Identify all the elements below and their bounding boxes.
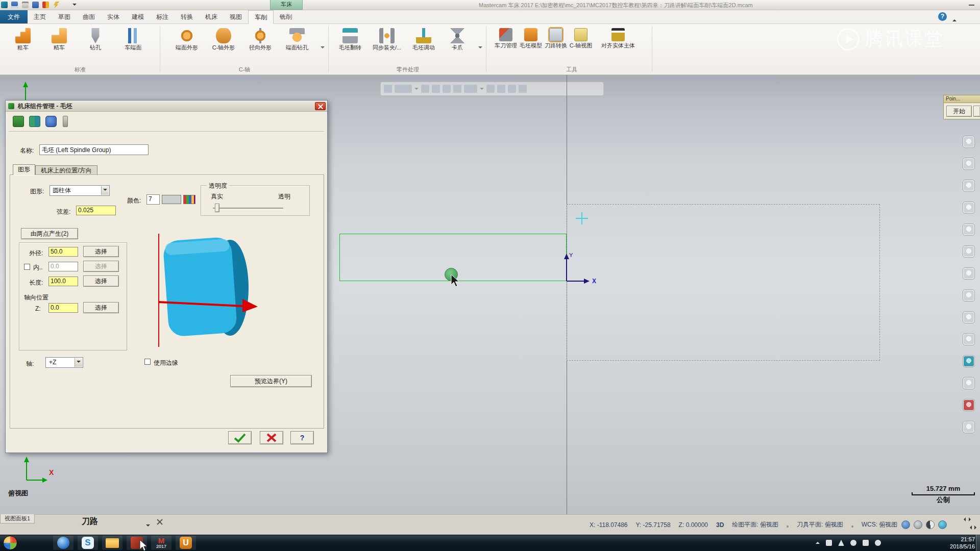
color-picker-icon[interactable]	[183, 195, 195, 204]
cancel-button[interactable]	[260, 431, 283, 444]
ghost-icon[interactable]	[395, 85, 412, 93]
scroll-right-icon[interactable]	[969, 517, 973, 521]
right-toolbar-icon[interactable]	[963, 289, 975, 302]
z-input[interactable]: 0.0	[48, 303, 78, 313]
ghost-icon[interactable]	[464, 85, 477, 93]
scroll-left-icon[interactable]	[968, 525, 972, 530]
name-input[interactable]: 毛坯 (Left Spindle Group)	[39, 144, 149, 155]
ghost-icon[interactable]	[486, 85, 495, 93]
view-sphere-icon[interactable]	[938, 520, 947, 529]
ribbon-item-chuck-jaws[interactable]: 卡爪	[442, 26, 473, 51]
length-input[interactable]: 100.0	[48, 277, 78, 286]
zap-icon[interactable]	[53, 2, 60, 8]
tray-expand-icon[interactable]	[816, 540, 820, 544]
component-chuck-icon[interactable]	[29, 116, 40, 127]
right-toolbar-icon[interactable]	[963, 223, 975, 236]
right-toolbar-icon[interactable]	[963, 245, 975, 258]
print-icon[interactable]	[22, 2, 29, 8]
axis-dropdown[interactable]: +Z	[45, 357, 83, 368]
id-checkbox[interactable]	[24, 264, 30, 270]
right-toolbar-icon[interactable]	[963, 421, 975, 433]
use-edge-checkbox[interactable]	[144, 359, 151, 365]
two-points-button[interactable]: 由两点产生(2)	[21, 228, 78, 239]
tab-drafting[interactable]: 标注	[150, 10, 175, 23]
ribbon-item-stock-model[interactable]: 毛坯模型	[519, 26, 543, 49]
color-number-input[interactable]: 7	[146, 194, 160, 205]
od-select-button[interactable]: 选择	[83, 246, 119, 257]
ribbon-item-c-axis-contour[interactable]: C-轴外形	[206, 26, 241, 51]
ghost-icon[interactable]	[432, 85, 440, 93]
ribbon-item-align-solid-body[interactable]: 对齐实体主体	[594, 26, 643, 49]
transparency-slider-handle[interactable]	[215, 204, 219, 212]
length-select-button[interactable]: 选择	[83, 276, 119, 287]
ghost-icon[interactable]	[443, 85, 451, 93]
volume-icon[interactable]	[850, 540, 856, 546]
scroll-right-icon[interactable]	[974, 525, 978, 530]
ghost-icon[interactable]	[508, 85, 516, 93]
help-button[interactable]: ?	[290, 431, 314, 444]
right-toolbar-icon[interactable]	[963, 180, 975, 192]
group-launcher-caret[interactable]	[321, 46, 325, 51]
tab-shape[interactable]: 图形	[13, 164, 35, 175]
right-toolbar-icon[interactable]	[963, 333, 975, 345]
save-icon[interactable]	[11, 2, 18, 8]
ribbon-item-roughing[interactable]: 粗车	[6, 26, 40, 51]
taskbar-icon-s[interactable]: S	[78, 536, 98, 550]
taskbar-icon-editor[interactable]: U	[176, 536, 196, 550]
tab-home[interactable]: 主页	[28, 10, 52, 23]
component-machine-icon[interactable]	[13, 116, 24, 127]
ribbon-item-sync-clamp[interactable]: 同步装夹/...	[369, 26, 405, 51]
globe-gray-icon[interactable]	[914, 520, 922, 529]
ghost-icon[interactable]	[519, 85, 527, 93]
tab-sketch[interactable]: 草图	[52, 10, 77, 23]
preview-boundary-button[interactable]: 预览边界(Y)	[230, 375, 312, 387]
tab-machine[interactable]: 机床	[199, 10, 224, 23]
ghost-icon[interactable]	[384, 85, 392, 93]
save-as-icon[interactable]	[32, 2, 39, 8]
ribbon-item-tool-manager[interactable]: 车刀管理	[494, 26, 518, 49]
right-toolbar-icon[interactable]	[963, 399, 975, 411]
chevron-down-icon[interactable]	[75, 358, 82, 367]
ribbon-item-face-contour[interactable]: 端面外形	[169, 26, 205, 51]
ribbon-item-stock-move[interactable]: 毛坯调动	[406, 26, 442, 51]
tab-position-orientation[interactable]: 机床上的位置/方向	[35, 165, 97, 175]
clock[interactable]: 21:57 2018/5/16	[930, 536, 975, 550]
ghost-caret-icon[interactable]	[414, 88, 419, 92]
tab-surfaces[interactable]: 曲面	[77, 10, 101, 23]
right-toolbar-icon[interactable]	[963, 136, 975, 148]
scroll-left-icon[interactable]	[962, 517, 966, 521]
start-button[interactable]	[3, 536, 17, 550]
panel-close-icon[interactable]	[156, 518, 163, 525]
transparency-slider-track[interactable]	[213, 208, 283, 209]
tab-solids[interactable]: 实体	[101, 10, 126, 23]
panel-menu-caret[interactable]	[146, 524, 150, 529]
tab-turning[interactable]: 车削	[248, 10, 274, 24]
chevron-down-icon[interactable]	[101, 186, 109, 195]
view-sheet-tab[interactable]: 视图面板1	[0, 514, 35, 523]
status-tplane[interactable]: 刀具平面: 俯视图	[797, 520, 843, 529]
shade-toggle-icon[interactable]	[926, 520, 935, 529]
flags-icon[interactable]	[42, 2, 49, 8]
ghost-icon[interactable]	[453, 85, 461, 93]
right-toolbar-icon[interactable]	[963, 267, 975, 280]
ribbon-item-stock-flip[interactable]: 毛坯翻转	[332, 26, 368, 51]
ribbon-item-c-axis-view[interactable]: C-轴视图	[569, 26, 593, 49]
dialog-close-button[interactable]	[315, 102, 326, 110]
ribbon-item-drilling[interactable]: 钻孔	[79, 26, 112, 51]
network-icon[interactable]	[838, 540, 844, 546]
tray-icon[interactable]	[875, 540, 881, 546]
component-stock-icon[interactable]	[45, 116, 57, 127]
od-input[interactable]: 50.0	[48, 247, 78, 257]
start-button[interactable]: 开始	[946, 106, 972, 117]
status-cplane[interactable]: 绘图平面: 俯视图	[732, 520, 778, 529]
right-toolbar-icon[interactable]	[963, 311, 975, 323]
tab-model-prep[interactable]: 建模	[126, 10, 150, 23]
taskbar-icon-folder[interactable]	[102, 536, 122, 550]
tray-icon[interactable]	[826, 540, 832, 546]
ghost-icon[interactable]	[421, 85, 429, 93]
show-desktop-button[interactable]	[976, 535, 980, 551]
taskbar-icon-browser[interactable]	[53, 536, 74, 550]
ghost-caret-icon[interactable]	[480, 88, 484, 92]
globe-icon[interactable]	[901, 520, 910, 529]
status-wcs[interactable]: WCS: 俯视图	[862, 520, 898, 529]
